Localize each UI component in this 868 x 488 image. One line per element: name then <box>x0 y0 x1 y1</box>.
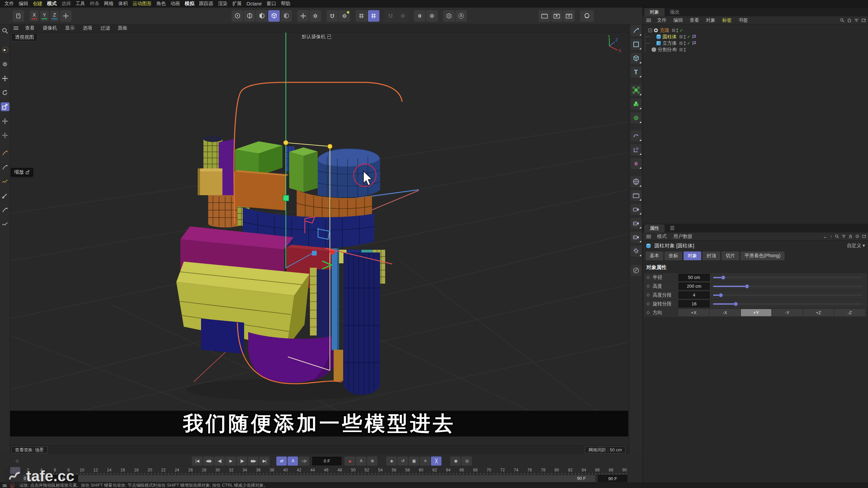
spline-pen-tool-icon[interactable] <box>631 25 642 36</box>
camera-icon[interactable] <box>631 218 642 229</box>
direction-button[interactable]: +Y <box>741 309 771 316</box>
phong-tag-icon[interactable] <box>692 35 696 39</box>
scale-tool-icon[interactable] <box>1 102 9 111</box>
render-settings-icon[interactable] <box>563 10 575 22</box>
enable-check-icon[interactable]: ✓ <box>687 35 691 39</box>
sketch-pen-icon[interactable] <box>1 163 9 171</box>
enable-check-icon[interactable]: ✓ <box>679 28 683 33</box>
record-button[interactable]: ● <box>344 456 355 466</box>
key-diamond-icon[interactable] <box>647 285 650 288</box>
object-tree-row[interactable]: 立方体 ✓ <box>645 40 868 46</box>
axis-settings-icon[interactable] <box>310 10 321 22</box>
menu-item[interactable]: 模拟 <box>182 1 197 7</box>
key-toggle-button[interactable]: ↺ <box>397 456 408 466</box>
property-input[interactable]: 50 cm <box>678 274 710 281</box>
transport-button[interactable]: ▶| <box>259 456 270 466</box>
key-toggle-button[interactable]: ◈ <box>386 456 397 466</box>
expander-icon[interactable]: − <box>648 28 652 32</box>
preset-dropdown[interactable]: 自定义 ▾ <box>847 243 865 249</box>
menu-item[interactable]: 角色 <box>154 1 168 7</box>
up-arrow-icon[interactable]: ↑ <box>830 234 832 239</box>
direction-button[interactable]: -X <box>710 309 740 316</box>
point-mode-icon[interactable] <box>232 10 243 22</box>
vp-menu-item[interactable]: 显示 <box>61 25 79 31</box>
render-view-icon[interactable] <box>539 10 550 22</box>
attribute-tab-button[interactable]: 封顶 <box>703 251 720 260</box>
edge-mode-icon[interactable] <box>244 10 255 22</box>
timeline-tool-button[interactable]: ◁» <box>299 456 309 466</box>
key-toggle-button[interactable]: ╳ <box>431 456 441 466</box>
transport-button[interactable]: ▶ <box>225 456 236 466</box>
layer-chip[interactable] <box>672 29 675 32</box>
visibility-dots[interactable] <box>684 35 686 39</box>
layer-chip[interactable] <box>679 35 683 38</box>
polygon-mode-icon[interactable] <box>256 10 268 22</box>
camera-label[interactable]: 默认摄像机 已 <box>302 34 332 40</box>
transport-button[interactable]: ◆▶ <box>248 456 258 466</box>
property-slider[interactable] <box>713 277 862 278</box>
property-input[interactable]: 200 cm <box>678 283 710 290</box>
record-button[interactable]: ⊛ <box>367 456 377 466</box>
visibility-dots[interactable] <box>684 48 686 52</box>
attribute-tab-button[interactable]: 平滑着色(Phong) <box>741 251 785 260</box>
vp-menu-item[interactable]: 面板 <box>114 25 132 31</box>
multi-move-icon[interactable] <box>1 131 9 140</box>
attr-menu-icon[interactable] <box>646 235 651 238</box>
layer-chip[interactable] <box>679 48 683 51</box>
attr-menu-item[interactable]: 用户数据 <box>670 233 696 240</box>
section-title[interactable]: 对象属性 <box>643 262 868 273</box>
transport-button[interactable]: ◀◆ <box>203 456 214 466</box>
om-menu-icon[interactable] <box>646 19 651 22</box>
menu-item[interactable]: 模式 <box>45 1 59 7</box>
attribute-tab-button[interactable]: 对象 <box>684 251 701 260</box>
menu-item[interactable]: Octane <box>244 1 264 6</box>
panel-icon[interactable] <box>861 18 866 23</box>
menu-item[interactable]: 文件 <box>2 1 16 7</box>
spline-wave-icon[interactable] <box>1 220 9 228</box>
attr-menu-item[interactable]: 模式 <box>654 233 670 240</box>
menu-item[interactable]: 编辑 <box>16 1 31 7</box>
render-play-icon[interactable]: ▶ <box>551 10 563 22</box>
visibility-dots[interactable] <box>684 41 686 45</box>
menu-item[interactable]: 体积 <box>116 1 130 7</box>
bend-deformer-icon[interactable] <box>631 130 642 141</box>
viewport-search-icon[interactable] <box>1 26 9 35</box>
timeline-ruler[interactable]: 0246810121416182022242628303234363840424… <box>10 467 631 475</box>
axis-x-button[interactable]: X <box>30 11 39 21</box>
cube-primitive-icon[interactable] <box>631 53 642 64</box>
view-label[interactable]: 透视视图 <box>11 33 38 41</box>
om-menu-item[interactable]: 文件 <box>654 17 670 23</box>
object-tree-row[interactable]: 圆柱体 ✓ <box>645 34 868 40</box>
tweak-tool-icon[interactable] <box>1 60 9 68</box>
interactive-render-icon[interactable] <box>580 10 594 22</box>
record-button[interactable]: A <box>356 456 366 466</box>
vp-menu-item[interactable]: 查看 <box>21 25 39 31</box>
object-name[interactable]: 分割分布 <box>658 47 677 53</box>
cloner-mograph-icon[interactable] <box>631 99 642 109</box>
snap-settings-icon[interactable] <box>397 10 409 22</box>
visibility-dots[interactable] <box>676 28 678 33</box>
property-slider[interactable] <box>713 286 862 287</box>
object-name[interactable]: 圆柱体 <box>663 34 677 40</box>
text-primitive-icon[interactable]: T <box>631 67 642 78</box>
menu-item[interactable]: 样条 <box>87 1 102 7</box>
scale-handle-blue[interactable] <box>312 251 317 256</box>
symmetry-object-icon[interactable] <box>631 158 642 169</box>
scale-handle-green[interactable] <box>283 195 289 201</box>
menu-item[interactable]: 创建 <box>31 1 45 7</box>
viewport-solo-icon[interactable] <box>443 10 455 22</box>
texture-mode-icon[interactable] <box>280 10 292 22</box>
direction-button[interactable]: -Y <box>772 309 803 316</box>
effector-icon[interactable] <box>631 113 642 123</box>
axis-y-button[interactable]: Y <box>40 11 49 21</box>
property-input[interactable]: 4 <box>678 291 710 299</box>
home-icon[interactable] <box>847 18 852 23</box>
spline-pen-icon[interactable] <box>1 148 9 157</box>
axis-z-button[interactable]: Z <box>50 11 59 21</box>
spline-arc-icon[interactable] <box>1 205 9 214</box>
target-icon[interactable] <box>855 234 860 239</box>
property-input[interactable]: 16 <box>678 300 710 307</box>
mirror-settings-icon[interactable] <box>426 10 438 22</box>
lock-icon[interactable] <box>848 234 853 239</box>
viewport-3d[interactable]: 透视视图 默认摄像机 已 Y X Z 缩放 我们随便添加一些模型进去 查看变换:… <box>10 33 628 454</box>
